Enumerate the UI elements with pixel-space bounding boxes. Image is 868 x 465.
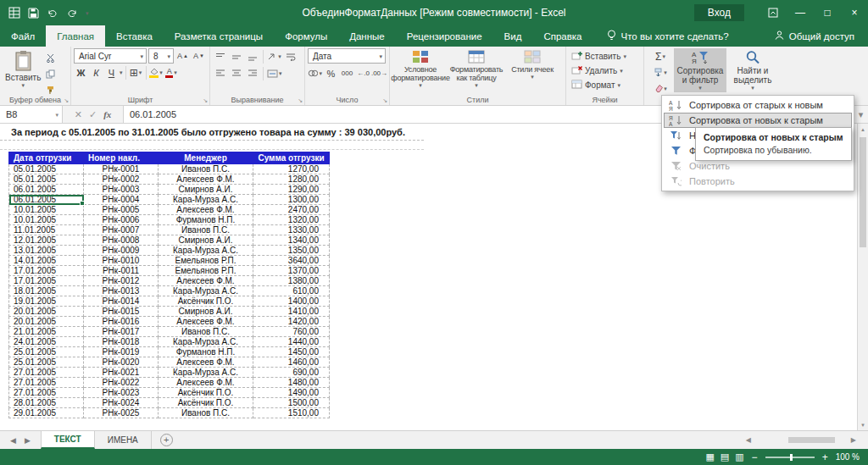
- cell[interactable]: РНк-0024: [84, 398, 159, 408]
- cell[interactable]: РНк-0005: [84, 205, 159, 215]
- cell[interactable]: 3640,00: [253, 256, 330, 266]
- underline-caret[interactable]: ▾: [120, 69, 123, 75]
- cell[interactable]: 1420,00: [253, 317, 330, 327]
- format-as-table-button[interactable]: Форматировать как таблицу ▾: [448, 48, 504, 90]
- cell[interactable]: РНк-0014: [84, 296, 159, 307]
- cell[interactable]: Кара-Мурза А.С.: [159, 286, 253, 296]
- cell[interactable]: Смирнов А.И.: [159, 307, 253, 317]
- cell[interactable]: Смирнов А.И.: [159, 185, 253, 195]
- column-header[interactable]: Сумма отгрузки: [253, 152, 330, 164]
- cell[interactable]: 05.01.2005: [9, 174, 84, 185]
- percent-style-button[interactable]: %: [324, 66, 338, 80]
- tab-главная[interactable]: Главная: [46, 25, 105, 47]
- cell[interactable]: 1410,00: [253, 307, 330, 317]
- cell[interactable]: 1270,00: [253, 164, 330, 174]
- qat-customize-icon[interactable]: ▾: [86, 10, 89, 16]
- shrink-font-icon[interactable]: А▼: [192, 49, 206, 64]
- vertical-scroll-thumb[interactable]: [860, 137, 866, 247]
- sort-filter-button[interactable]: АЯ Сортировка и фильтр ▾: [674, 48, 726, 92]
- horizontal-scrollbar[interactable]: ◀ ▶: [746, 431, 868, 449]
- cell[interactable]: 20.01.2005: [9, 307, 84, 317]
- empty-row[interactable]: [0, 141, 424, 150]
- merge-center-icon[interactable]: ▾: [267, 66, 282, 80]
- cell[interactable]: 18.01.2005: [9, 286, 84, 296]
- cell[interactable]: 06.01.2005: [9, 185, 84, 195]
- delete-cells-button[interactable]: Удалить▾: [569, 64, 629, 77]
- column-header[interactable]: Номер накл.: [84, 152, 159, 164]
- cell[interactable]: Иванов П.С.: [159, 327, 253, 337]
- cell[interactable]: РНк-0016: [84, 317, 159, 327]
- cell[interactable]: РНк-0012: [84, 276, 159, 286]
- zoom-out-icon[interactable]: −: [752, 452, 758, 462]
- cell[interactable]: 10.01.2005: [9, 215, 84, 225]
- cell[interactable]: Кара-Мурза А.С.: [159, 337, 253, 347]
- cell[interactable]: 10.01.2005: [9, 205, 84, 215]
- font-color-icon[interactable]: А▾: [164, 65, 179, 80]
- tab-формулы[interactable]: Формулы: [274, 25, 338, 47]
- cell[interactable]: 2470,00: [253, 205, 330, 215]
- menu-item-sort-asc[interactable]: АЯСортировка от старых к новым: [664, 97, 852, 113]
- cell[interactable]: РНк-0004: [84, 195, 159, 205]
- cell[interactable]: Емельянов Р.П.: [159, 266, 253, 276]
- conditional-formatting-button[interactable]: Условное форматирование ▾: [392, 48, 448, 90]
- italic-button[interactable]: К: [89, 65, 103, 80]
- cell[interactable]: 1340,00: [253, 235, 330, 246]
- cell[interactable]: 17.01.2005: [9, 266, 84, 276]
- bold-button[interactable]: Ж: [74, 65, 88, 80]
- cell[interactable]: 13.01.2005: [9, 246, 84, 256]
- cell[interactable]: РНк-0015: [84, 307, 159, 317]
- cell[interactable]: 1320,00: [253, 215, 330, 225]
- tab-рецензирование[interactable]: Рецензирование: [396, 25, 493, 47]
- tab-файл[interactable]: Файл: [0, 25, 46, 47]
- name-box[interactable]: B8 ▾: [0, 106, 63, 123]
- cell[interactable]: 1380,00: [253, 276, 330, 286]
- cell[interactable]: Кара-Мурза А.С.: [159, 246, 253, 256]
- cell[interactable]: 12.01.2005: [9, 235, 84, 246]
- align-middle-icon[interactable]: [229, 49, 243, 64]
- cell[interactable]: 11.01.2005: [9, 225, 84, 235]
- cell[interactable]: Кара-Мурза А.С.: [159, 368, 253, 378]
- cell[interactable]: 1440,00: [253, 337, 330, 347]
- cell[interactable]: Иванов П.С.: [159, 225, 253, 235]
- cell[interactable]: РНк-0022: [84, 378, 159, 388]
- cell[interactable]: РНк-0010: [84, 256, 159, 266]
- scroll-down-icon[interactable]: ▼: [858, 419, 868, 430]
- cell[interactable]: РНк-0006: [84, 215, 159, 225]
- cell[interactable]: РНк-0023: [84, 388, 159, 398]
- insert-function-icon[interactable]: fx: [103, 109, 111, 119]
- cell[interactable]: Фурманов Н.П.: [159, 347, 253, 357]
- zoom-in-icon[interactable]: +: [822, 452, 828, 462]
- cell[interactable]: Смирнов А.И.: [159, 235, 253, 246]
- cell[interactable]: РНк-0021: [84, 368, 159, 378]
- orientation-icon[interactable]: ▾: [267, 49, 281, 64]
- cell[interactable]: Аксёнчик П.О.: [159, 398, 253, 408]
- cell[interactable]: 21.01.2005: [9, 327, 84, 337]
- scroll-right-icon[interactable]: ▶: [851, 436, 856, 444]
- confirm-entry-icon[interactable]: ✓: [89, 109, 97, 120]
- horizontal-scroll-thumb[interactable]: [788, 437, 835, 443]
- cell[interactable]: 1450,00: [253, 347, 330, 357]
- cell[interactable]: 1480,00: [253, 378, 330, 388]
- cut-icon[interactable]: [43, 51, 58, 65]
- cell[interactable]: РНк-0020: [84, 357, 159, 368]
- fill-icon[interactable]: ▾: [647, 65, 674, 80]
- dialog-launcher-icon[interactable]: ↘: [298, 97, 303, 104]
- cell[interactable]: 05.01.2005: [9, 164, 84, 174]
- share-button[interactable]: Общий доступ: [775, 25, 868, 47]
- align-left-icon[interactable]: [213, 66, 227, 80]
- name-box-caret[interactable]: ▾: [55, 112, 58, 118]
- fill-color-icon[interactable]: ▾: [149, 65, 164, 80]
- cell-styles-button[interactable]: Стили ячеек ▾: [504, 48, 560, 81]
- cell[interactable]: 27.01.2005: [9, 378, 84, 388]
- accounting-format-icon[interactable]: ▾: [308, 66, 322, 80]
- cell[interactable]: РНк-0013: [84, 286, 159, 296]
- cell[interactable]: Аксёнчик П.О.: [159, 388, 253, 398]
- zoom-level[interactable]: 100 %: [836, 452, 860, 462]
- cell[interactable]: РНк-0001: [84, 164, 159, 174]
- cell[interactable]: Иванов П.С.: [159, 164, 253, 174]
- tab-вид[interactable]: Вид: [493, 25, 533, 47]
- dialog-launcher-icon[interactable]: ↘: [382, 97, 387, 104]
- increase-decimal-icon[interactable]: ←.0: [356, 66, 370, 80]
- cell[interactable]: 29.01.2005: [9, 408, 84, 418]
- paste-button[interactable]: Вставить ▾: [3, 48, 43, 90]
